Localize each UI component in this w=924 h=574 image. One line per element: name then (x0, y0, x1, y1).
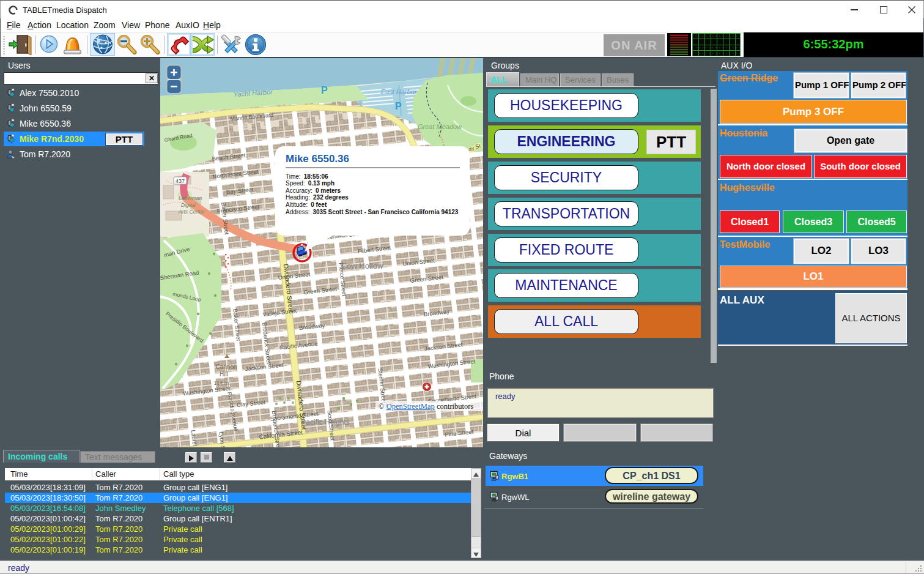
svg-text:Speed:0.13 mph: Speed:0.13 mph (286, 180, 334, 187)
svg-text:Heading:232 degrees: Heading:232 degrees (286, 194, 349, 201)
svg-text:© OpenStreetMap contributors: © OpenStreetMap contributors (379, 402, 473, 411)
svg-text:437: 437 (176, 178, 185, 184)
svg-text:Altitude:0 feet: Altitude:0 feet (286, 201, 327, 208)
svg-text:Arts Center: Arts Center (178, 209, 205, 215)
svg-text:114 m: 114 m (214, 380, 229, 386)
svg-text:Cow Hollow: Cow Hollow (341, 261, 383, 270)
svg-text:Mike 6550.36: Mike 6550.36 (286, 153, 349, 165)
svg-text:P: P (395, 101, 402, 111)
svg-text:Hill: Hill (220, 371, 228, 378)
svg-text:Cannon: Cannon (215, 363, 237, 370)
svg-text:P: P (321, 85, 328, 95)
svg-text:Digital: Digital (181, 202, 196, 208)
svg-text:East Harbor: East Harbor (381, 88, 418, 95)
svg-text:Time:18:55:06: Time:18:55:06 (286, 173, 328, 180)
svg-text:Pacific Heights: Pacific Heights (301, 418, 349, 427)
svg-text:Letterman: Letterman (179, 195, 202, 201)
